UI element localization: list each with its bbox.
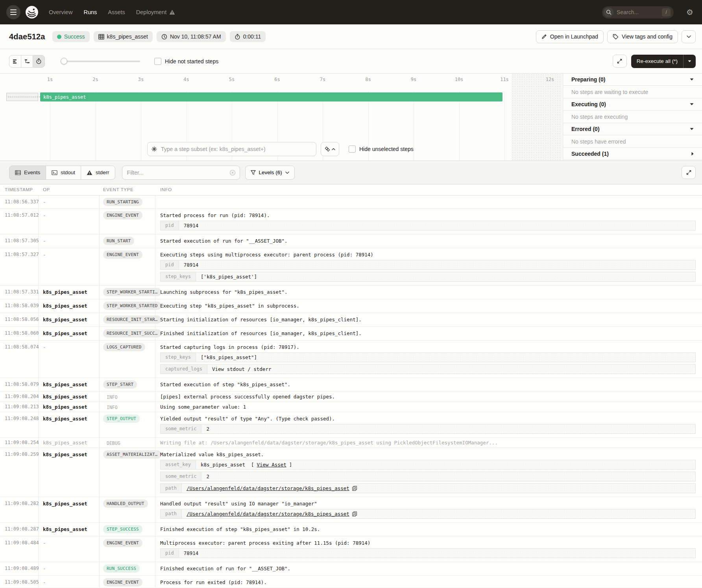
event-timestamp[interactable]: 11:08:58.079 — [0, 378, 39, 391]
slider-knob[interactable] — [61, 58, 67, 65]
events-fullscreen-button[interactable] — [682, 166, 696, 179]
event-row: 11:08:57.305-RUN_STARTStarted execution … — [0, 234, 702, 248]
event-timestamp[interactable]: 11:09:08.287 — [0, 523, 39, 536]
step-status-panel: Preparing (0)No steps are waiting to exe… — [563, 74, 702, 160]
event-type-tag: STEP_SUCCESS — [103, 525, 142, 533]
nav-link-deployment[interactable]: Deployment — [136, 9, 175, 15]
event-type-cell: STEP_WORKER_STARTED — [100, 299, 155, 313]
event-timestamp[interactable]: 11:09:08.248 — [0, 412, 39, 437]
step-name-link[interactable]: k8s_pipes_asset — [43, 289, 87, 295]
tab-stdout[interactable]: stdout — [46, 166, 81, 180]
step-name-link[interactable]: k8s_pipes_asset — [43, 452, 87, 457]
column-header: EVENT TYPE — [100, 184, 155, 195]
event-type-tag: RESOURCE_INIT_STAR… — [103, 315, 161, 324]
panel-section-header[interactable]: Preparing (0) — [563, 74, 702, 86]
event-op-cell: - — [39, 248, 100, 285]
flat-mode-button[interactable] — [9, 55, 21, 68]
event-op-cell: k8s_pipes_asset — [39, 523, 100, 536]
reexecute-dropdown-caret[interactable] — [683, 55, 696, 68]
event-timestamp[interactable]: 11:08:57.327 — [0, 248, 39, 285]
metadata-key: captured_logs — [161, 365, 207, 374]
graph-query-toggle-button[interactable] — [321, 142, 339, 156]
hide-not-started-checkbox[interactable] — [154, 58, 161, 65]
timed-mode-button[interactable] — [33, 55, 45, 68]
nav-link-runs[interactable]: Runs — [83, 9, 97, 15]
search-input[interactable]: Search... / — [602, 6, 674, 18]
tab-label: stderr — [96, 170, 109, 175]
step-name-link[interactable]: k8s_pipes_asset — [43, 382, 87, 387]
metadata-value: 2 — [201, 424, 695, 433]
event-timestamp[interactable]: 11:09:08.505 — [0, 576, 39, 588]
event-timestamp[interactable]: 11:08:58.074 — [0, 341, 39, 378]
event-timestamp[interactable]: 11:08:58.039 — [0, 299, 39, 313]
event-timestamp[interactable]: 11:09:08.254 — [0, 438, 39, 448]
log-tabs: Eventsstdoutstderr — [9, 166, 115, 180]
event-row: 11:08:57.331k8s_pipes_assetSTEP_WORKER_S… — [0, 286, 702, 299]
dagster-logo[interactable] — [25, 6, 39, 19]
step-name-link[interactable]: k8s_pipes_asset — [43, 526, 87, 532]
filter-input[interactable] — [126, 169, 229, 176]
event-timestamp[interactable]: 11:09:08.489 — [0, 562, 39, 575]
event-op-cell: - — [39, 576, 100, 588]
event-timestamp[interactable]: 11:09:08.204 — [0, 392, 39, 402]
reexecute-all-button[interactable]: Re-execute all (*) — [631, 55, 696, 68]
tab-events[interactable]: Events — [9, 166, 46, 180]
gantt-step-bar[interactable]: k8s_pipes_asset — [40, 92, 502, 101]
view-asset-link[interactable]: View Asset — [257, 462, 286, 468]
step-name-link[interactable]: k8s_pipes_asset — [43, 394, 87, 400]
view-tags-config-button[interactable]: View tags and config — [607, 30, 678, 43]
event-timestamp[interactable]: 11:09:08.282 — [0, 497, 39, 522]
metadata-link[interactable]: /Users/alangenfeld/data/dagster/storage/… — [187, 485, 349, 491]
event-op-cell: - — [39, 536, 100, 562]
event-timestamp[interactable]: 11:09:08.484 — [0, 536, 39, 562]
timeline-tick-label: 9s — [411, 77, 416, 82]
event-info-cell: Writing file at: /Users/alangenfeld/data… — [155, 438, 702, 448]
panel-section-header[interactable]: Errored (0) — [563, 123, 702, 135]
event-type-cell: RUN_STARTING — [100, 195, 155, 208]
run-actions-dropdown-button[interactable] — [682, 30, 696, 43]
event-timestamp[interactable]: 11:08:57.305 — [0, 234, 39, 248]
metadata-entry: pid78914 — [160, 221, 696, 230]
open-in-launchpad-button[interactable]: Open in Launchpad — [536, 30, 604, 43]
event-op-cell: k8s_pipes_asset — [39, 497, 100, 522]
event-timestamp[interactable]: 11:08:57.331 — [0, 286, 39, 299]
event-timestamp[interactable]: 11:09:08.213 — [0, 402, 39, 412]
event-type-tag: HANDLED_OUTPUT — [103, 500, 148, 508]
gear-icon[interactable]: ⚙ — [684, 8, 696, 17]
nav-link-assets[interactable]: Assets — [108, 9, 125, 15]
levels-dropdown-button[interactable]: Levels (6) — [245, 166, 295, 180]
event-timestamp[interactable]: 11:08:57.012 — [0, 209, 39, 234]
hide-unselected-checkbox[interactable] — [349, 146, 356, 153]
event-timestamp[interactable]: 11:08:56.337 — [0, 195, 39, 208]
gantt-fullscreen-button[interactable] — [613, 55, 627, 68]
event-timestamp[interactable]: 11:08:58.056 — [0, 313, 39, 326]
job-tag[interactable]: k8s_pipes_asset — [94, 31, 153, 42]
hide-not-started-label: Hide not started steps — [165, 58, 218, 65]
step-name-link[interactable]: k8s_pipes_asset — [43, 330, 87, 336]
copy-icon[interactable] — [352, 511, 357, 516]
hamburger-menu-button[interactable] — [6, 5, 20, 19]
metadata-link[interactable]: /Users/alangenfeld/data/dagster/storage/… — [187, 511, 349, 517]
panel-section-header[interactable]: Executing (0) — [563, 98, 702, 111]
metadata-text: 2 — [206, 426, 209, 432]
clear-filter-icon[interactable] — [229, 170, 236, 176]
panel-section-header[interactable]: Succeeded (1) — [563, 148, 702, 160]
event-info-cell: Started execution of step "k8s_pipes_ass… — [155, 378, 702, 391]
step-name-link[interactable]: k8s_pipes_asset — [43, 416, 87, 422]
event-timestamp[interactable]: 11:08:58.060 — [0, 327, 39, 340]
tab-stderr[interactable]: stderr — [81, 166, 115, 180]
step-subset-input[interactable] — [160, 146, 312, 153]
waterfall-mode-button[interactable] — [21, 55, 33, 68]
nav-link-overview[interactable]: Overview — [49, 9, 72, 15]
gantt-zoom-slider[interactable] — [61, 61, 140, 62]
step-name-link[interactable]: k8s_pipes_asset — [43, 440, 87, 446]
step-name-link[interactable]: k8s_pipes_asset — [43, 501, 87, 507]
event-timestamp[interactable]: 11:09:08.259 — [0, 448, 39, 497]
copy-icon[interactable] — [352, 486, 357, 491]
metadata-key: pid — [161, 260, 179, 269]
step-name-link[interactable]: k8s_pipes_asset — [43, 303, 87, 309]
step-name-link[interactable]: k8s_pipes_asset — [43, 404, 87, 410]
step-name-link[interactable]: k8s_pipes_asset — [43, 317, 87, 323]
event-message: Executing steps using multiprocess execu… — [160, 251, 696, 258]
event-op-cell: - — [39, 341, 100, 378]
